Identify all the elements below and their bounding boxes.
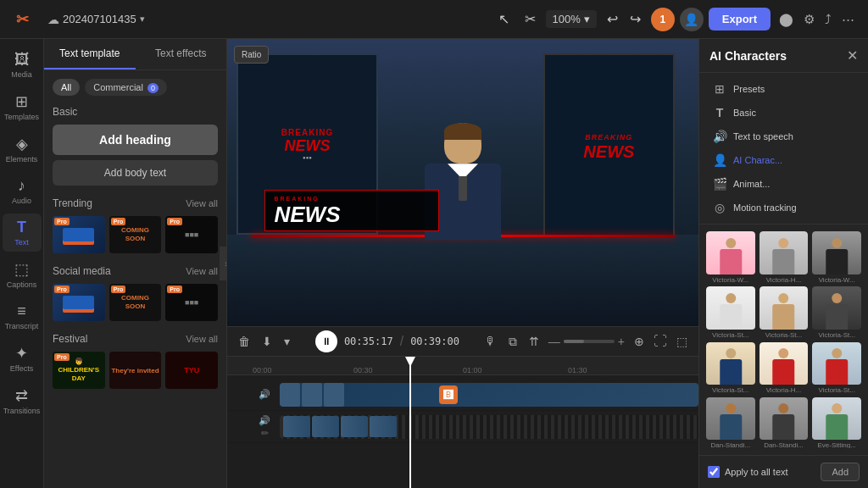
trending-view-all[interactable]: View all [186, 198, 218, 208]
add-track-btn[interactable]: ⊕ [632, 332, 647, 351]
character-thumb [706, 342, 755, 385]
more-btn[interactable]: ⋯ [838, 8, 858, 30]
sidebar-item-text[interactable]: T Text [3, 214, 42, 252]
timeline-delete-btn[interactable]: 🗑 [236, 332, 253, 351]
panel-expand-btn[interactable]: › [220, 247, 227, 280]
zoom-control[interactable]: 100% ▾ [546, 10, 597, 28]
apply-all-checkbox[interactable] [708, 466, 720, 478]
volume-icon[interactable]: 🔊 [259, 389, 270, 400]
quick-animate-btn[interactable]: 🎬 Animat... [706, 173, 861, 195]
audio-clip[interactable] [280, 415, 698, 439]
quick-presets-btn[interactable]: ⊞ Presets [706, 78, 861, 100]
sidebar-item-templates[interactable]: ⊞ Templates [3, 87, 42, 126]
trending-title: Trending [53, 197, 92, 209]
timeline-download-btn[interactable]: ⬇ [259, 332, 275, 351]
video-clip[interactable]: 🅱 [280, 383, 698, 407]
timeline-more-btn[interactable]: ▾ [281, 332, 292, 351]
quick-label: Animat... [733, 179, 770, 189]
template-item[interactable]: Pro COMINGSOON [109, 284, 162, 321]
character-name: Victoria-H... [760, 385, 809, 393]
character-item[interactable]: Victoria-St... [706, 286, 755, 337]
ai-panel-footer: Apply to all text Add [699, 455, 868, 488]
sidebar-item-transcript[interactable]: ≡ Transcript [3, 297, 42, 336]
pro-badge: Pro [167, 218, 182, 225]
trim-tool-btn[interactable]: ✂ [520, 8, 541, 30]
template-item[interactable]: They're invited [109, 352, 162, 389]
template-item[interactable]: Pro [53, 284, 105, 321]
character-item[interactable]: Victoria-St... [706, 342, 755, 393]
export-button[interactable]: Export [709, 8, 771, 30]
captions-timeline-btn[interactable]: ⬚ [674, 332, 690, 351]
ratio-button[interactable]: Ratio [234, 46, 269, 64]
character-item[interactable]: Victoria-W... [706, 231, 755, 282]
ai-panel: AI Characters ✕ ⊞ Presets T Basic 🔊 Text… [698, 39, 868, 488]
current-time: 00:35:17 [344, 336, 393, 347]
sidebar-item-effects[interactable]: ✦ Effects [3, 339, 42, 378]
add-body-button[interactable]: Add body text [53, 160, 218, 186]
template-item[interactable]: Pro COMINGSOON [109, 216, 162, 253]
tab-text-template[interactable]: Text template [44, 39, 136, 69]
quick-tts-btn[interactable]: 🔊 Text to speech [706, 125, 861, 147]
sidebar-item-label: Effects [10, 364, 33, 373]
filter-row: All Commercial 0 [53, 79, 218, 96]
social-view-all[interactable]: View all [186, 266, 218, 276]
edit-icon[interactable]: ✏ [261, 428, 269, 439]
ai-panel-close-button[interactable]: ✕ [847, 47, 858, 64]
quick-motion-btn[interactable]: ◎ Motion tracking [706, 197, 861, 219]
zoom-in-btn[interactable]: + [618, 335, 625, 348]
character-item[interactable]: Victoria-H... [760, 231, 809, 282]
festival-view-all[interactable]: View all [186, 334, 218, 344]
social-section-header: Social media View all [53, 265, 218, 277]
template-item[interactable]: Pro ■■■ [165, 284, 218, 321]
mic-btn[interactable]: 🎙 [482, 332, 499, 351]
template-item[interactable]: Pro [53, 216, 105, 253]
quick-ai-char-btn[interactable]: 👤 AI Charac... [706, 149, 861, 171]
character-item[interactable]: Eve-Sitting... [812, 397, 861, 448]
redo-btn[interactable]: ↪ [625, 8, 646, 30]
undo-btn[interactable]: ↩ [602, 8, 623, 30]
speaker-icon[interactable]: 🔊 [259, 415, 270, 426]
sidebar-item-transitions[interactable]: ⇄ Transitions [3, 381, 42, 420]
character-item[interactable]: Victoria-St... [760, 286, 809, 337]
video-track-lane[interactable]: 🅱 [280, 383, 698, 407]
tab-text-effects[interactable]: Text effects [136, 39, 227, 69]
clip-btn[interactable]: ⧉ [506, 332, 520, 352]
sidebar-item-captions[interactable]: ⬚ Captions [3, 255, 42, 294]
character-item[interactable]: Victoria-W... [812, 231, 861, 282]
ai-panel-header: AI Characters ✕ [699, 39, 868, 73]
zoom-bar[interactable] [564, 340, 615, 343]
character-item[interactable]: Victoria-H... [760, 342, 809, 393]
social-templates: Pro Pro COMINGSOON Pro ■■■ [53, 284, 218, 321]
character-item[interactable]: Dan-Standi... [706, 397, 755, 448]
zoom-out-btn[interactable]: — [548, 335, 560, 348]
play-pause-button[interactable]: ⏸ [315, 330, 337, 352]
user-icon[interactable]: 👤 [680, 8, 704, 31]
quick-label: Motion tracking [733, 202, 797, 213]
chevron-down-icon[interactable]: ▾ [140, 14, 145, 25]
festival-title: Festival [53, 333, 87, 345]
character-item[interactable]: Victoria-St... [812, 286, 861, 337]
template-item[interactable]: Pro ■■■ [165, 216, 218, 253]
template-item[interactable]: TYU [165, 352, 218, 389]
share-btn[interactable]: ⤴ [821, 8, 835, 30]
filename: 202407101435 [63, 13, 136, 25]
character-item[interactable]: Dan-Standi... [760, 397, 809, 448]
split-btn[interactable]: ⇈ [526, 332, 542, 351]
right-screen: BREAKING NEWS [543, 53, 676, 240]
main-area: 🖼 Media ⊞ Templates ◈ Elements ♪ Audio T… [0, 39, 868, 488]
template-item[interactable]: Pro 👦CHILDREN'SDAY [53, 352, 105, 389]
settings-btn[interactable]: ⚙ [800, 8, 818, 30]
audio-track-lane[interactable] [280, 415, 698, 439]
fullscreen-btn[interactable]: ⛶ [654, 334, 667, 349]
add-character-button[interactable]: Add [821, 463, 860, 481]
sidebar-item-elements[interactable]: ◈ Elements [3, 130, 42, 169]
sidebar-item-media[interactable]: 🖼 Media [3, 46, 42, 84]
quick-basic-btn[interactable]: T Basic [706, 102, 861, 124]
record-btn[interactable]: ⬤ [776, 8, 797, 30]
add-heading-button[interactable]: Add heading [53, 125, 218, 155]
filter-all-btn[interactable]: All [53, 79, 80, 96]
sidebar-item-audio[interactable]: ♪ Audio [3, 172, 42, 210]
character-item[interactable]: Victoria-St... [812, 342, 861, 393]
cursor-tool-btn[interactable]: ↖ [493, 8, 515, 30]
filter-commercial-btn[interactable]: Commercial 0 [85, 79, 167, 96]
